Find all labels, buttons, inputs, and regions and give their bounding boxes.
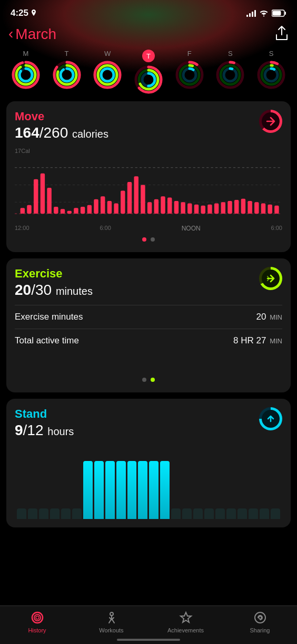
day-col-sat[interactable]: S [212,50,248,95]
stand-arrow-icon [266,414,275,424]
svg-rect-81 [234,200,239,214]
svg-rect-87 [274,206,279,214]
svg-rect-71 [167,198,172,214]
stand-bar-item [61,508,71,519]
svg-rect-51 [34,179,38,214]
status-icons [246,9,286,17]
exercise-section: Exercise 20/30 minutes Exercise minutes … [6,258,291,392]
tab-history[interactable]: History [0,610,74,633]
tab-sharing[interactable]: Sharing [223,610,297,633]
back-button[interactable]: ‹ March [8,26,56,43]
stand-bar-group [50,445,60,519]
week-days: M T [0,50,297,95]
move-chart: 17Cal [15,148,282,222]
stand-bar-group [215,445,225,519]
svg-point-90 [36,616,39,619]
stand-bar-group [237,445,247,519]
svg-rect-85 [261,203,265,214]
exercise-title: Exercise [15,267,282,281]
svg-rect-69 [154,199,159,214]
svg-rect-72 [174,201,179,214]
day-label-sat: S [228,50,233,57]
battery-icon [272,9,286,17]
chart-time-1200: 12:00 [15,225,29,232]
total-active-value: 8 HR 27 MIN [233,335,282,346]
move-title: Move [15,110,282,123]
exercise-dot-2-active [151,378,155,382]
exercise-page-dots [15,378,282,382]
stand-bars [15,445,282,519]
stand-bar-group [28,445,37,519]
move-arrow-button[interactable] [259,110,282,133]
svg-rect-54 [54,207,58,214]
tab-sharing-label: Sharing [250,627,270,633]
stand-unit: hours [47,426,74,437]
stand-bar-item [39,508,48,519]
chart-time-labels: 12:00 6:00 NOON 6:00 [15,224,282,233]
svg-rect-59 [87,205,92,214]
achievements-icon [179,610,193,625]
stand-bar-group [171,445,181,519]
svg-rect-49 [21,208,25,214]
day-col-mon[interactable]: M [8,50,44,95]
header: ‹ March [0,23,297,50]
svg-rect-73 [181,202,185,214]
svg-rect-79 [221,202,225,214]
svg-rect-82 [241,199,245,214]
stand-bar-group [204,445,214,519]
stand-arrow-button[interactable] [259,407,282,430]
move-chart-svg [15,156,282,219]
day-col-tue[interactable]: T [49,50,85,95]
svg-rect-70 [161,196,165,214]
stand-bar-item [260,508,269,519]
stand-bar-item [193,508,203,519]
chart-time-600-pm: 6:00 [271,225,282,232]
stand-bar-item [171,508,181,519]
day-col-thu-today[interactable]: T [131,50,166,95]
svg-rect-55 [61,209,65,214]
svg-rect-75 [194,205,199,214]
svg-rect-56 [67,211,71,214]
stand-bar-item [127,461,137,519]
stand-current: 9 [15,422,23,438]
svg-rect-67 [141,185,145,214]
tab-workouts[interactable]: Workouts [74,610,148,633]
svg-point-89 [34,614,41,621]
svg-point-94 [259,617,261,619]
chart-cal-label: 17Cal [15,148,30,154]
day-col-sun[interactable]: S [253,50,289,95]
stand-bar-group [127,445,137,519]
page-dot-2-inactive [151,237,155,242]
svg-rect-65 [127,182,132,214]
ring-mon [11,60,41,90]
svg-rect-57 [74,208,78,214]
stand-bar-group [249,445,258,519]
day-col-fri[interactable]: F [172,50,207,95]
svg-rect-1 [285,12,286,15]
exercise-arrow-button[interactable] [259,267,282,290]
stand-bar-group [39,445,48,519]
stand-bar-item [83,461,93,519]
svg-point-20 [101,69,114,81]
svg-rect-53 [47,188,51,214]
day-label-sun: S [269,50,274,57]
svg-rect-58 [81,207,85,214]
stand-section: Stand 9/12 hours [6,399,291,527]
exercise-dot-1-inactive [142,378,146,382]
share-button[interactable] [275,25,289,43]
stand-bar-group [193,445,203,519]
svg-rect-83 [247,201,252,214]
home-indicator [117,639,180,641]
day-col-wed[interactable]: W [90,50,125,95]
stand-bar-group [83,445,93,519]
stand-bar-item [72,508,82,519]
ring-tue [52,60,82,90]
svg-rect-63 [114,203,118,214]
svg-marker-92 [181,612,191,622]
tab-achievements[interactable]: Achievements [148,610,223,633]
wifi-icon [259,9,269,17]
stand-bar-item [249,508,258,519]
svg-point-37 [224,69,236,81]
exercise-minutes-label: Exercise minutes [15,312,83,322]
page-dot-1-active [142,237,146,242]
